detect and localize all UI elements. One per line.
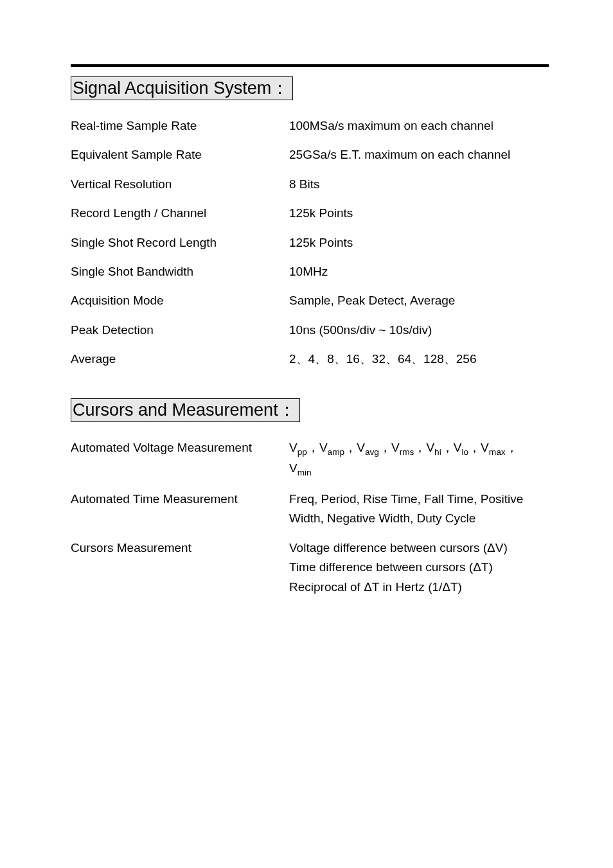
cursors-measurement-table: Automated Voltage Measurement Vpp，Vamp，V…: [71, 438, 549, 597]
document-page: Signal Acquisition System： Real-time Sam…: [0, 0, 613, 868]
spec-row: Average 2、4、8、16、32、64、128、256: [71, 350, 549, 369]
spec-value: 2、4、8、16、32、64、128、256: [289, 350, 549, 369]
spec-row: Cursors Measurement Voltage difference b…: [71, 538, 549, 597]
signal-acquisition-table: Real-time Sample Rate 100MSa/s maximum o…: [71, 116, 549, 369]
spec-value: 100MSa/s maximum on each channel: [289, 116, 549, 136]
spec-row: Record Length / Channel 125k Points: [71, 204, 549, 223]
spec-value: 125k Points: [289, 204, 549, 223]
spec-row: Equivalent Sample Rate 25GSa/s E.T. maxi…: [71, 145, 549, 164]
spec-value: Freq, Period, Rise Time, Fall Time, Posi…: [289, 490, 549, 529]
spec-label: Average: [71, 350, 289, 369]
spec-label: Equivalent Sample Rate: [71, 145, 289, 164]
spec-value: 10MHz: [289, 262, 549, 281]
spec-value: 125k Points: [289, 233, 549, 252]
spec-value: 10ns (500ns/div ~ 10s/div): [289, 321, 549, 340]
spec-row: Automated Time Measurement Freq, Period,…: [71, 490, 549, 529]
spec-label: Single Shot Record Length: [71, 233, 289, 252]
spec-label: Vertical Resolution: [71, 175, 289, 194]
spec-row: Single Shot Bandwidth 10MHz: [71, 262, 549, 281]
spec-label: Single Shot Bandwidth: [71, 262, 289, 281]
spec-value: 25GSa/s E.T. maximum on each channel: [289, 145, 549, 164]
spec-label: Automated Voltage Measurement: [71, 438, 289, 457]
spec-row: Single Shot Record Length 125k Points: [71, 233, 549, 252]
spec-row: Peak Detection 10ns (500ns/div ~ 10s/div…: [71, 321, 549, 340]
spec-value: Voltage difference between cursors (ΔV)T…: [289, 538, 549, 597]
spec-value: 8 Bits: [289, 175, 549, 194]
signal-acquisition-title: Signal Acquisition System：: [71, 76, 293, 100]
spec-value: Vpp，Vamp，Vavg，Vrms，Vhi，Vlo，Vmax，Vmin: [289, 438, 549, 480]
cursors-measurement-title: Cursors and Measurement：: [71, 398, 300, 422]
spec-row: Automated Voltage Measurement Vpp，Vamp，V…: [71, 438, 549, 480]
spec-label: Automated Time Measurement: [71, 490, 289, 509]
top-rule: [71, 64, 549, 67]
spec-row: Real-time Sample Rate 100MSa/s maximum o…: [71, 116, 549, 136]
spec-value: Sample, Peak Detect, Average: [289, 291, 549, 310]
spec-label: Acquisition Mode: [71, 291, 289, 310]
spec-label: Peak Detection: [71, 321, 289, 340]
spec-row: Vertical Resolution 8 Bits: [71, 175, 549, 194]
spec-label: Record Length / Channel: [71, 204, 289, 223]
spec-row: Acquisition Mode Sample, Peak Detect, Av…: [71, 291, 549, 310]
spec-label: Real-time Sample Rate: [71, 116, 289, 136]
spec-label: Cursors Measurement: [71, 538, 289, 558]
